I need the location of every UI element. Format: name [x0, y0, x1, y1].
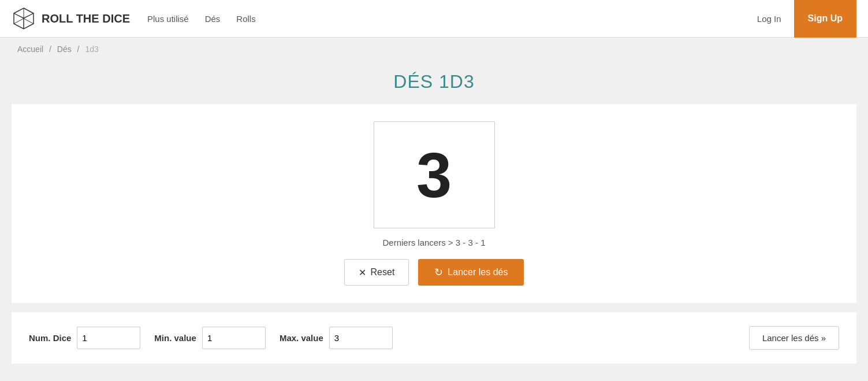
header: ROLL THE DICE Plus utilisé Dés Rolls Log… — [0, 0, 868, 38]
nav-rolls[interactable]: Rolls — [236, 14, 255, 24]
signup-button[interactable]: Sign Up — [794, 0, 856, 38]
history-text: Derniers lancers > 3 - 3 - 1 — [383, 238, 486, 247]
num-dice-group: Num. Dice — [29, 327, 140, 349]
header-actions: Log In Sign Up — [750, 0, 856, 38]
nav-des[interactable]: Dés — [205, 14, 221, 24]
svg-line-5 — [24, 13, 33, 18]
breadcrumb: Accueil / Dés / 1d3 — [0, 38, 868, 61]
max-value-group: Max. value — [280, 327, 393, 349]
breadcrumb-home[interactable]: Accueil — [17, 45, 43, 54]
site-name: ROLL THE DICE — [42, 12, 130, 25]
svg-line-4 — [14, 13, 24, 18]
main-card: 3 Derniers lancers > 3 - 3 - 1 Reset Lan… — [12, 104, 856, 303]
buttons-row: Reset Lancer les dés — [344, 259, 524, 286]
max-value-input[interactable] — [329, 327, 393, 349]
settings-card: Num. Dice Min. value Max. value Lancer l… — [12, 312, 856, 364]
min-value-group: Min. value — [154, 327, 266, 349]
max-value-label: Max. value — [280, 333, 323, 343]
breadcrumb-des[interactable]: Dés — [57, 45, 72, 54]
min-value-label: Min. value — [154, 333, 196, 343]
dice-result: 3 — [416, 143, 452, 207]
breadcrumb-current: 1d3 — [85, 45, 98, 54]
min-value-input[interactable] — [202, 327, 266, 349]
num-dice-input[interactable] — [77, 327, 140, 349]
lancer-label: Lancer les dés — [448, 267, 508, 278]
reset-button[interactable]: Reset — [344, 259, 409, 286]
main-nav: Plus utilisé Dés Rolls — [147, 14, 750, 24]
refresh-icon — [434, 266, 443, 279]
breadcrumb-sep-1: / — [49, 45, 51, 54]
breadcrumb-sep-2: / — [77, 45, 80, 54]
lancer-button[interactable]: Lancer les dés — [418, 259, 524, 286]
lancer-submit-button[interactable]: Lancer les dés » — [749, 326, 839, 350]
x-icon — [359, 267, 366, 278]
page-title: DÉS 1D3 — [0, 61, 868, 98]
history-label: Derniers lancers > 3 - 3 - 1 — [383, 238, 486, 247]
reset-label: Reset — [371, 267, 395, 278]
dice-logo-icon — [12, 6, 36, 31]
num-dice-label: Num. Dice — [29, 333, 71, 343]
nav-plus-utilise[interactable]: Plus utilisé — [147, 14, 189, 24]
login-button[interactable]: Log In — [750, 10, 788, 27]
dice-display: 3 — [374, 121, 495, 228]
logo-link[interactable]: ROLL THE DICE — [12, 6, 130, 31]
